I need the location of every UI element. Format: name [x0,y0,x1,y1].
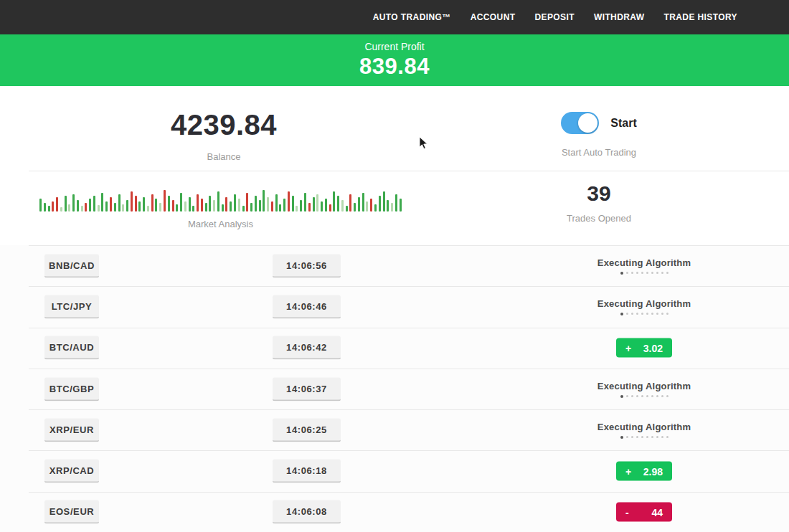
chart-bar [296,206,298,212]
chart-bar [349,194,351,212]
executing-algorithm-label: Executing Algorithm [572,298,716,309]
chart-bar [400,199,402,212]
progress-dot [661,313,663,315]
time-badge: 14:06:25 [273,418,341,442]
chart-bar [118,194,121,212]
trades-opened-stat: 39 Trades Opened [499,181,699,224]
nav-item-deposit[interactable]: DEPOSIT [534,12,574,22]
auto-trading-toggle[interactable] [561,112,599,134]
progress-dot [666,313,668,315]
chart-bar [337,196,339,212]
balance-label: Balance [66,151,382,162]
pair-badge: XRP/CAD [44,460,99,483]
chart-bar [172,200,174,212]
time-badge: 14:06:42 [273,336,341,360]
trade-row: XRP/EUR14:06:25Executing Algorithm [0,409,789,450]
chart-bar [151,194,153,212]
chart-bar [122,204,124,212]
trade-row: BNB/CAD14:06:56Executing Algorithm [0,245,789,286]
trade-result-cell: Executing Algorithm [572,381,716,398]
progress-dot [651,436,653,438]
result-amount: 44 [651,506,663,518]
trade-result-cell: +3.02 [572,338,716,358]
progress-dot [641,272,643,274]
progress-dot [620,313,623,315]
chart-bar [77,200,79,212]
market-analysis-stat: Market Analysis [29,184,412,229]
chart-bar [44,203,46,212]
trade-result-cell: +2.98 [572,462,716,481]
chart-bar [89,199,91,212]
progress-dot [626,272,628,274]
progress-dot [626,395,628,397]
chart-bar [313,197,315,212]
chart-bar [242,206,245,212]
chart-bar [159,203,161,212]
nav-item-account[interactable]: ACCOUNT [471,12,516,22]
chart-bar [180,193,182,212]
result-sign: - [625,506,629,518]
chart-bar [81,206,83,212]
executing-algorithm-label: Executing Algorithm [572,257,716,268]
chart-bar [189,197,191,212]
progress-dots [572,395,716,398]
chart-bar [225,197,227,212]
progress-dot [656,436,658,438]
trades-opened-value: 39 [499,181,699,206]
nav-item-withdraw[interactable]: WITHDRAW [594,12,645,22]
progress-dot [620,395,623,398]
chart-bar [370,199,372,212]
chart-bar [110,197,112,212]
chart-bar [72,194,75,212]
chart-bar [379,196,381,212]
chart-bar [65,196,67,212]
chart-bar [48,206,50,212]
chart-bar [383,191,385,212]
time-badge: 14:06:37 [273,377,341,401]
balance-stat: 4239.84 Balance [66,109,382,162]
chart-bar [346,206,348,212]
progress-dot [666,272,668,274]
progress-dot [651,395,653,397]
chart-bar [93,196,95,212]
chart-bar [105,201,108,212]
progress-dot [636,436,638,438]
chart-bar [217,191,219,212]
trade-row: BTC/GBP14:06:37Executing Algorithm [0,369,789,409]
chart-bar [101,193,103,212]
progress-dot [626,313,628,315]
progress-dot [661,436,663,438]
progress-dot [656,272,658,274]
market-section: Market Analysis 39 Trades Opened [0,171,789,245]
chart-bar [395,194,397,212]
progress-dot [661,272,663,274]
chart-bar [263,190,265,212]
nav-item-auto-trading[interactable]: AUTO TRADING™ [373,12,451,22]
result-amount: 2.98 [643,465,663,477]
chart-bar [279,204,281,212]
auto-trading-label: Start Auto Trading [499,147,699,158]
chart-bar [308,203,311,212]
result-sign: + [625,342,631,353]
chart-bar [85,203,87,212]
result-sign: + [625,465,631,477]
progress-dot [631,436,633,438]
chart-bar [316,194,318,212]
progress-dot [636,313,638,315]
chart-bar [209,196,211,212]
progress-dot [641,436,643,438]
chart-bar [292,196,294,212]
chart-bar [205,203,207,212]
chart-bar [366,201,368,212]
nav-item-trade-history[interactable]: TRADE HISTORY [663,12,737,22]
pair-badge: BNB/CAD [44,254,99,277]
chart-bar [131,191,133,212]
pair-badge: LTC/JPY [44,295,99,318]
chart-bar [288,191,290,212]
pair-badge: XRP/EUR [44,418,99,442]
trade-row: LTC/JPY14:06:46Executing Algorithm [0,286,789,327]
chart-bar [387,200,389,212]
market-analysis-label: Market Analysis [29,219,412,229]
chart-bar [98,205,100,212]
chart-bar [222,204,224,212]
